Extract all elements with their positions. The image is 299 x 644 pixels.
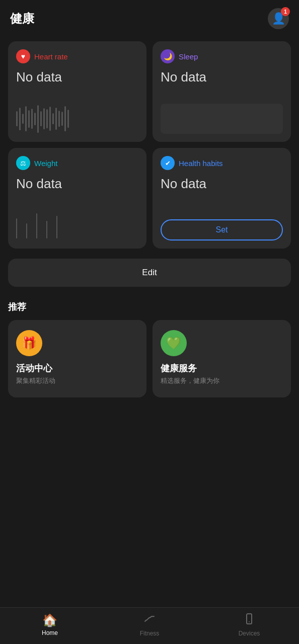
health-service-card[interactable]: 💚 健康服务 精选服务，健康为你 (153, 320, 291, 397)
health-service-icon: 💚 (161, 330, 187, 356)
recommend-title: 推荐 (8, 301, 291, 313)
recommend-grid: 🎁 活动中心 聚集精彩活动 💚 健康服务 精选服务，健康为你 (8, 320, 291, 397)
nav-fitness-label: Fitness (140, 630, 160, 637)
sleep-card-header: 🌙 Sleep (161, 49, 283, 63)
nav-devices[interactable]: Devices (229, 613, 269, 637)
sleep-chart (161, 93, 283, 134)
activity-center-card[interactable]: 🎁 活动中心 聚集精彩活动 (8, 320, 146, 397)
heart-rate-card[interactable]: ♥ Heart rate No data (8, 41, 146, 142)
health-habits-icon: ✔ (161, 156, 175, 170)
sleep-icon: 🌙 (161, 49, 175, 63)
heart-rate-card-header: ♥ Heart rate (16, 49, 138, 63)
edit-button[interactable]: Edit (8, 259, 291, 287)
activity-center-name: 活动中心 (16, 362, 138, 374)
notification-badge: 1 (281, 7, 290, 16)
health-habits-card-header: ✔ Health habits (161, 156, 283, 170)
app-title: 健康 (10, 11, 34, 27)
nav-devices-label: Devices (239, 630, 260, 637)
fitness-icon (143, 613, 156, 628)
profile-button[interactable]: 👤 1 (268, 8, 289, 29)
nav-home[interactable]: 🏠 Home (30, 613, 70, 636)
weight-value: No data (16, 176, 138, 192)
sleep-label: Sleep (179, 52, 198, 61)
heart-rate-label: Heart rate (34, 52, 68, 61)
weight-card-header: ⚖ Weight (16, 156, 138, 170)
nav-fitness[interactable]: Fitness (129, 613, 170, 637)
weight-card[interactable]: ⚖ Weight No data (8, 148, 146, 249)
heart-rate-chart (16, 93, 138, 134)
heart-rate-icon: ♥ (16, 49, 30, 63)
weight-chart (16, 200, 138, 240)
weight-icon: ⚖ (16, 156, 30, 170)
bottom-nav: 🏠 Home Fitness Devices (0, 607, 299, 644)
devices-icon (243, 613, 255, 628)
edit-section: Edit (0, 255, 299, 295)
sleep-card[interactable]: 🌙 Sleep No data (153, 41, 291, 142)
sleep-value: No data (161, 69, 283, 85)
health-habits-card[interactable]: ✔ Health habits No data Set (153, 148, 291, 249)
health-service-name: 健康服务 (161, 362, 283, 374)
activity-center-desc: 聚集精彩活动 (16, 376, 138, 385)
weight-label: Weight (34, 159, 57, 168)
nav-home-label: Home (42, 629, 58, 636)
heart-rate-value: No data (16, 69, 138, 85)
health-cards-grid: ♥ Heart rate No data (0, 35, 299, 255)
health-habits-label: Health habits (179, 159, 223, 168)
recommend-section: 推荐 🎁 活动中心 聚集精彩活动 💚 健康服务 精选服务，健康为你 (0, 295, 299, 404)
app-header: 健康 👤 1 (0, 0, 299, 35)
health-service-desc: 精选服务，健康为你 (161, 376, 283, 385)
health-habits-value: No data (161, 176, 283, 192)
home-icon: 🏠 (42, 613, 57, 627)
set-habits-button[interactable]: Set (161, 219, 283, 240)
activity-center-icon: 🎁 (16, 330, 42, 356)
